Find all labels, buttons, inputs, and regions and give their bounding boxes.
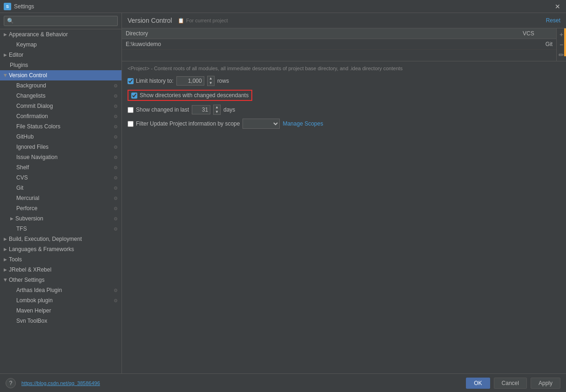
sidebar-item-confirmation[interactable]: Confirmation⚙ — [0, 111, 121, 121]
cancel-button[interactable]: Cancel — [494, 378, 527, 389]
sidebar-label-perforce: Perforce — [16, 205, 37, 212]
sidebar-item-shelf[interactable]: Shelf⚙ — [0, 162, 121, 173]
days-spinner-down[interactable]: ▼ — [214, 110, 220, 114]
table-cell-directory: E:\kuwo\demo — [122, 39, 519, 50]
sidebar-item-build-execution[interactable]: ▶Build, Execution, Deployment — [0, 234, 121, 244]
sidebar-item-editor[interactable]: ▶Editor — [0, 50, 121, 60]
sidebar-item-issue-navigation[interactable]: Issue Navigation⚙ — [0, 152, 121, 162]
days-spinner-up[interactable]: ▲ — [214, 105, 220, 110]
sidebar-item-appearance[interactable]: ▶Appearance & Behavior — [0, 29, 121, 40]
sidebar-label-tfs: TFS — [16, 226, 27, 232]
main-layout: ▶Appearance & BehaviorKeymap▶EditorPlugi… — [0, 13, 566, 373]
sidebar-item-mercurial[interactable]: Mercurial⚙ — [0, 193, 121, 203]
sidebar-item-perforce[interactable]: Perforce⚙ — [0, 203, 121, 213]
bottom-bar: ? https://blog.csdn.net/qq_38586496 OK C… — [0, 373, 566, 392]
bottom-bar-right: OK Cancel Apply — [466, 378, 560, 389]
sidebar-arrow-jrebel: ▶ — [4, 267, 7, 272]
limit-history-spinner: ▲ ▼ — [207, 76, 215, 86]
sidebar-item-background[interactable]: Background⚙ — [0, 80, 121, 91]
apply-button[interactable]: Apply — [531, 378, 560, 389]
content-subtitle: 📋 For current project — [178, 18, 228, 24]
sidebar-settings-icon-mercurial: ⚙ — [114, 196, 118, 201]
sidebar-item-plugins[interactable]: Plugins — [0, 60, 121, 70]
sidebar-label-ignored-files: Ignored Files — [16, 144, 48, 150]
sidebar-item-lombok[interactable]: Lombok plugin⚙ — [0, 295, 121, 306]
annotation-arrow-down: 勾选 — [560, 61, 566, 99]
sidebar-settings-icon-github: ⚙ — [114, 134, 118, 140]
manage-scopes-link[interactable]: Manage Scopes — [283, 120, 323, 127]
limit-history-checkbox[interactable] — [128, 78, 134, 84]
show-directories-checkbox[interactable] — [131, 93, 137, 99]
sidebar-label-github: GitHub — [16, 133, 34, 140]
sidebar-item-version-control[interactable]: ▶Version Control — [0, 70, 121, 80]
vcs-column-header: VCS — [519, 28, 556, 39]
sidebar-label-tools: Tools — [9, 256, 22, 263]
help-button[interactable]: ? — [6, 378, 16, 388]
limit-history-label[interactable]: Limit history to: — [128, 78, 174, 84]
sidebar-item-ignored-files[interactable]: Ignored Files⚙ — [0, 142, 121, 152]
filter-update-row: Filter Update Project information by sco… — [128, 119, 560, 129]
sidebar-item-git[interactable]: Git⚙ — [0, 183, 121, 193]
sidebar-item-subversion[interactable]: ▶Subversion⚙ — [0, 213, 121, 224]
sidebar-label-arthas: Arthas Idea Plugin — [16, 287, 62, 293]
sidebar-item-commit-dialog[interactable]: Commit Dialog⚙ — [0, 101, 121, 111]
sidebar-label-plugins: Plugins — [10, 62, 28, 68]
sidebar-item-keymap[interactable]: Keymap — [0, 40, 121, 50]
filter-update-checkbox[interactable] — [128, 121, 134, 127]
close-button[interactable]: ✕ — [553, 2, 562, 11]
rows-label: rows — [217, 78, 229, 84]
sidebar: ▶Appearance & BehaviorKeymap▶EditorPlugi… — [0, 13, 122, 373]
content-area: Version Control 📋 For current project Re… — [122, 13, 566, 373]
sidebar-label-build-execution: Build, Execution, Deployment — [9, 236, 82, 242]
sidebar-item-cvs[interactable]: CVS⚙ — [0, 173, 121, 183]
limit-history-row: Limit history to: ▲ ▼ rows — [128, 76, 560, 86]
sidebar-label-appearance: Appearance & Behavior — [9, 31, 68, 38]
sidebar-item-tfs[interactable]: TFS⚙ — [0, 224, 121, 234]
sidebar-item-jrebel[interactable]: ▶JRebel & XRebel — [0, 265, 121, 275]
sidebar-item-languages-frameworks[interactable]: ▶Languages & Frameworks — [0, 244, 121, 254]
show-changed-checkbox[interactable] — [128, 107, 134, 113]
title-bar: S Settings ✕ — [0, 0, 566, 13]
sidebar-settings-icon-perforce: ⚙ — [114, 206, 118, 211]
sidebar-settings-icon-background: ⚙ — [114, 83, 118, 88]
vcs-table: Directory VCS E:\kuwo\demo Git — [122, 28, 556, 50]
sidebar-settings-icon-ignored-files: ⚙ — [114, 145, 118, 150]
sidebar-label-shelf: Shelf — [16, 164, 29, 171]
scope-select[interactable] — [243, 119, 280, 129]
sidebar-label-confirmation: Confirmation — [16, 113, 48, 120]
sidebar-arrow-build-execution: ▶ — [4, 237, 7, 241]
sidebar-item-changelists[interactable]: Changelists⚙ — [0, 91, 121, 101]
show-changed-spinner: ▲ ▼ — [213, 105, 221, 115]
days-label: days — [223, 106, 235, 113]
search-box — [0, 13, 121, 29]
table-row[interactable]: E:\kuwo\demo Git — [122, 39, 556, 50]
sidebar-item-file-status-colors[interactable]: File Status Colors⚙ — [0, 121, 121, 132]
sidebar-item-maven-helper[interactable]: Maven Helper — [0, 306, 121, 316]
sidebar-item-other-settings[interactable]: ▶Other Settings — [0, 275, 121, 285]
sidebar-settings-icon-arthas: ⚙ — [114, 288, 118, 293]
window-title: Settings — [14, 3, 34, 10]
filter-update-label[interactable]: Filter Update Project information by sco… — [128, 120, 240, 127]
content-header: Version Control 📋 For current project Re… — [122, 13, 566, 28]
sidebar-settings-icon-confirmation: ⚙ — [114, 114, 118, 119]
ok-button[interactable]: OK — [466, 378, 490, 389]
url-display: https://blog.csdn.net/qq_38586496 — [16, 380, 466, 386]
sidebar-item-arthas[interactable]: Arthas Idea Plugin⚙ — [0, 285, 121, 295]
spinner-up[interactable]: ▲ — [208, 76, 214, 81]
sidebar-item-tools[interactable]: ▶Tools — [0, 254, 121, 265]
sidebar-label-jrebel: JRebel & XRebel — [9, 266, 51, 273]
sidebar-label-git: Git — [16, 185, 23, 191]
sidebar-item-github[interactable]: GitHub⚙ — [0, 132, 121, 142]
show-changed-value[interactable] — [192, 105, 210, 114]
sidebar-label-cvs: CVS — [16, 174, 28, 181]
search-input[interactable] — [4, 16, 118, 26]
sidebar-settings-icon-lombok: ⚙ — [114, 298, 118, 303]
show-directories-container: Show directories with changed descendant… — [128, 90, 560, 101]
limit-history-value[interactable] — [176, 76, 204, 86]
show-changed-label[interactable]: Show changed in last — [128, 106, 189, 113]
sidebar-label-issue-navigation: Issue Navigation — [16, 154, 58, 160]
sidebar-item-svn-toolbox[interactable]: Svn ToolBox — [0, 316, 121, 326]
spinner-down[interactable]: ▼ — [208, 81, 214, 86]
sidebar-label-mercurial: Mercurial — [16, 195, 39, 201]
reset-button[interactable]: Reset — [546, 17, 560, 24]
